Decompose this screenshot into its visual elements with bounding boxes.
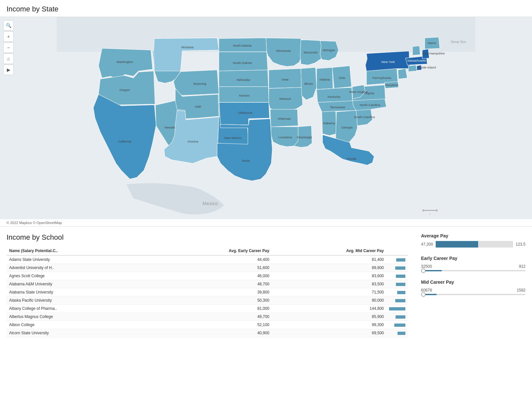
page-title: Income by State — [0, 0, 532, 17]
avg-pay-min: 47,200 — [421, 242, 433, 247]
school-table: Name (Salary Potential.C.. Avg. Early Ca… — [7, 247, 408, 337]
income-by-school-title: Income by School — [7, 233, 408, 242]
home-icon: ⌂ — [7, 56, 10, 61]
cell-mid: 85,900 — [272, 313, 386, 321]
state-iowa[interactable] — [269, 68, 302, 88]
early-career-thumb[interactable] — [421, 268, 426, 273]
state-alabama[interactable] — [322, 111, 336, 136]
cell-mid: 69,500 — [272, 329, 386, 337]
home-button[interactable]: ⌂ — [3, 53, 14, 64]
cell-bar — [386, 296, 408, 305]
cell-name: Albertus Magnus College — [7, 313, 150, 321]
mid-career-section: Mid Career Pay 60878 1582 — [421, 279, 525, 295]
cell-mid: 81,400 — [272, 255, 386, 264]
state-kansas[interactable] — [219, 87, 269, 102]
early-career-max: 912 — [519, 264, 525, 269]
state-nebraska[interactable] — [219, 70, 269, 86]
avg-pay-max: 123,5 — [516, 242, 525, 247]
table-row: Agnes Scott College 46,000 83,600 — [7, 272, 408, 280]
early-career-section: Early Career Pay 32500 912 — [421, 256, 525, 271]
avg-pay-title: Average Pay — [421, 233, 525, 238]
state-new-york[interactable] — [366, 51, 410, 71]
table-header-row: Name (Salary Potential.C.. Avg. Early Ca… — [7, 247, 408, 255]
mid-career-title: Mid Career Pay — [421, 279, 525, 285]
state-ohio[interactable] — [332, 66, 352, 88]
state-arkansas[interactable] — [270, 109, 298, 127]
early-career-labels: 32500 912 — [421, 264, 525, 269]
state-wyoming[interactable] — [174, 70, 219, 95]
cell-mid: 89,800 — [272, 264, 386, 272]
state-maine[interactable] — [425, 37, 440, 49]
mexico-label: Mexico — [202, 201, 218, 206]
col-name: Name (Salary Potential.C.. — [7, 247, 150, 255]
cell-bar — [386, 321, 408, 329]
cell-early: 81,000 — [150, 305, 272, 313]
table-row: Adams State University 44,400 81,400 — [7, 255, 408, 264]
table-row: Alabama State University 39,800 71,500 — [7, 288, 408, 296]
cell-early: 46,000 — [150, 272, 272, 280]
cell-early: 52,100 — [150, 321, 272, 329]
state-south-dakota[interactable] — [219, 52, 268, 71]
state-indiana[interactable] — [317, 68, 333, 89]
cell-early: 50,300 — [150, 296, 272, 305]
cell-name: Adams State University — [7, 255, 150, 264]
mid-career-slider-container: 60878 1582 — [421, 288, 525, 295]
table-row: Albany College of Pharma.. 81,000 144,80… — [7, 305, 408, 313]
mid-career-track — [421, 294, 525, 295]
table-section: Income by School Name (Salary Potential.… — [7, 233, 408, 337]
mid-career-labels: 60878 1582 — [421, 288, 525, 293]
zoom-out-icon: − — [7, 45, 10, 50]
cell-bar — [386, 255, 408, 264]
cell-name: Albany College of Pharma.. — [7, 305, 150, 313]
cell-name: Agnes Scott College — [7, 272, 150, 280]
cell-early: 44,400 — [150, 255, 272, 264]
early-career-slider-container: 32500 912 — [421, 264, 525, 271]
zoom-out-button[interactable]: − — [3, 42, 14, 53]
state-rhode-island[interactable] — [417, 65, 422, 70]
state-vermont[interactable] — [413, 46, 420, 55]
state-tennessee[interactable] — [318, 101, 357, 112]
zoom-in-button[interactable]: + — [3, 31, 14, 42]
cell-early: 49,700 — [150, 313, 272, 321]
zoom-in-icon: + — [7, 34, 10, 39]
cell-mid: 71,500 — [272, 288, 386, 296]
state-missouri[interactable] — [269, 87, 303, 111]
table-row: Alabama A&M University 48,700 83,500 — [7, 280, 408, 288]
cell-bar — [386, 288, 408, 296]
state-north-dakota[interactable] — [219, 38, 267, 52]
map-controls: 🔍 + − ⌂ ▶ — [3, 20, 14, 75]
cell-bar — [386, 264, 408, 272]
cell-name: Albion College — [7, 321, 150, 329]
state-new-hampshire[interactable] — [422, 49, 429, 59]
cell-bar — [386, 305, 408, 313]
cell-name: Alcorn State University — [7, 329, 150, 337]
state-new-jersey[interactable] — [398, 68, 407, 79]
cell-early: 48,700 — [150, 280, 272, 288]
cell-early: 40,900 — [150, 329, 272, 337]
col-early: Avg. Early Career Pay — [150, 247, 272, 255]
cell-mid: 83,500 — [272, 280, 386, 288]
cell-name: Adventist University of H.. — [7, 264, 150, 272]
mid-career-min: 60878 — [421, 288, 432, 293]
table-row: Adventist University of H.. 51,600 89,80… — [7, 264, 408, 272]
avg-pay-track — [436, 241, 513, 248]
us-map: Washington Oregon California Nevada Idah… — [0, 17, 532, 219]
col-bar — [386, 247, 408, 255]
state-connecticut[interactable] — [408, 65, 417, 72]
play-button[interactable]: ▶ — [3, 65, 14, 75]
search-button[interactable]: 🔍 — [3, 20, 14, 31]
cell-mid: 83,600 — [272, 272, 386, 280]
cell-bar — [386, 313, 408, 321]
cell-early: 39,800 — [150, 288, 272, 296]
bottom-section: Income by School Name (Salary Potential.… — [0, 227, 532, 344]
early-career-title: Early Career Pay — [421, 256, 525, 261]
early-career-min: 32500 — [421, 264, 432, 269]
right-panel: Average Pay 47,200 123,5 Early Career Pa… — [421, 233, 525, 337]
state-maryland[interactable] — [384, 82, 399, 88]
table-row: Albertus Magnus College 49,700 85,900 — [7, 313, 408, 321]
mid-career-max: 1582 — [517, 288, 525, 293]
mid-career-thumb[interactable] — [421, 292, 426, 297]
map-container: 🔍 + − ⌂ ▶ — [0, 17, 532, 219]
cell-mid: 99,300 — [272, 321, 386, 329]
cell-bar — [386, 329, 408, 337]
